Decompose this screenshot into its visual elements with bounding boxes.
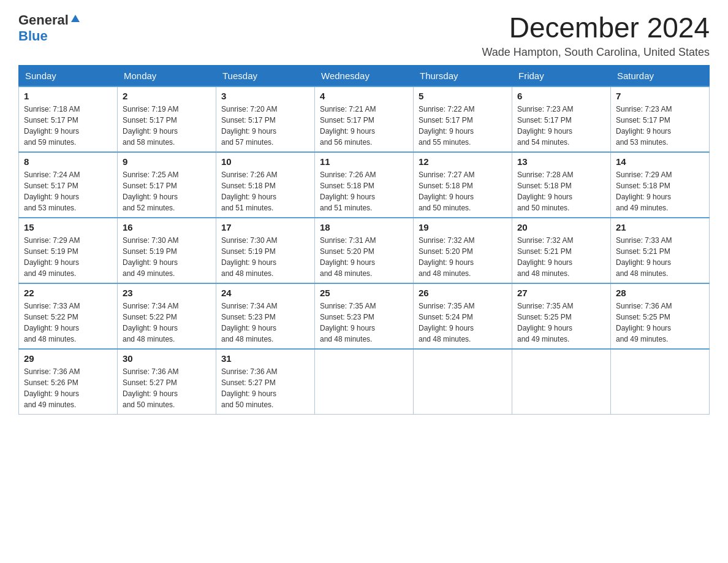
day-number: 20 (517, 222, 605, 232)
calendar-cell: 22Sunrise: 7:33 AMSunset: 5:22 PMDayligh… (19, 283, 118, 349)
day-info: Sunrise: 7:26 AMSunset: 5:18 PMDaylight:… (320, 169, 408, 213)
day-number: 5 (419, 91, 507, 101)
calendar-cell: 27Sunrise: 7:35 AMSunset: 5:25 PMDayligh… (512, 283, 611, 349)
day-info: Sunrise: 7:34 AMSunset: 5:22 PMDaylight:… (123, 301, 211, 345)
day-number: 25 (320, 288, 408, 298)
column-header-thursday: Thursday (414, 65, 512, 86)
calendar-cell: 11Sunrise: 7:26 AMSunset: 5:18 PMDayligh… (315, 152, 414, 218)
day-number: 14 (616, 156, 704, 167)
day-number: 24 (221, 288, 309, 298)
calendar-week-row: 29Sunrise: 7:36 AMSunset: 5:26 PMDayligh… (19, 349, 710, 415)
calendar-header-row: SundayMondayTuesdayWednesdayThursdayFrid… (19, 65, 710, 86)
calendar-cell: 28Sunrise: 7:36 AMSunset: 5:25 PMDayligh… (611, 283, 710, 349)
calendar-cell: 29Sunrise: 7:36 AMSunset: 5:26 PMDayligh… (19, 349, 118, 415)
calendar-week-row: 1Sunrise: 7:18 AMSunset: 5:17 PMDaylight… (19, 86, 710, 152)
day-number: 28 (616, 288, 704, 298)
day-info: Sunrise: 7:35 AMSunset: 5:23 PMDaylight:… (320, 301, 408, 345)
day-info: Sunrise: 7:24 AMSunset: 5:17 PMDaylight:… (24, 169, 112, 213)
calendar-cell: 3Sunrise: 7:20 AMSunset: 5:17 PMDaylight… (216, 86, 315, 152)
calendar-cell: 15Sunrise: 7:29 AMSunset: 5:19 PMDayligh… (19, 218, 118, 283)
calendar-cell: 12Sunrise: 7:27 AMSunset: 5:18 PMDayligh… (414, 152, 512, 218)
day-number: 31 (221, 353, 309, 364)
day-number: 13 (517, 156, 605, 167)
calendar-cell (512, 349, 611, 415)
calendar-cell: 5Sunrise: 7:22 AMSunset: 5:17 PMDaylight… (414, 86, 512, 152)
day-info: Sunrise: 7:36 AMSunset: 5:27 PMDaylight:… (221, 366, 309, 410)
calendar-cell: 17Sunrise: 7:30 AMSunset: 5:19 PMDayligh… (216, 218, 315, 283)
calendar-cell: 7Sunrise: 7:23 AMSunset: 5:17 PMDaylight… (611, 86, 710, 152)
day-number: 10 (221, 156, 309, 167)
calendar-cell: 1Sunrise: 7:18 AMSunset: 5:17 PMDaylight… (19, 86, 118, 152)
day-number: 30 (123, 353, 211, 364)
day-info: Sunrise: 7:33 AMSunset: 5:22 PMDaylight:… (24, 301, 112, 345)
day-number: 15 (24, 222, 112, 232)
day-number: 26 (419, 288, 507, 298)
day-info: Sunrise: 7:18 AMSunset: 5:17 PMDaylight:… (24, 104, 112, 148)
day-number: 23 (123, 288, 211, 298)
day-number: 6 (517, 91, 605, 101)
calendar-cell: 30Sunrise: 7:36 AMSunset: 5:27 PMDayligh… (118, 349, 216, 415)
day-info: Sunrise: 7:23 AMSunset: 5:17 PMDaylight:… (517, 104, 605, 148)
calendar-cell: 14Sunrise: 7:29 AMSunset: 5:18 PMDayligh… (611, 152, 710, 218)
calendar-week-row: 8Sunrise: 7:24 AMSunset: 5:17 PMDaylight… (19, 152, 710, 218)
column-header-monday: Monday (118, 65, 216, 86)
day-number: 19 (419, 222, 507, 232)
day-info: Sunrise: 7:33 AMSunset: 5:21 PMDaylight:… (616, 235, 704, 279)
calendar-cell: 9Sunrise: 7:25 AMSunset: 5:17 PMDaylight… (118, 152, 216, 218)
day-number: 18 (320, 222, 408, 232)
day-number: 11 (320, 156, 408, 167)
day-info: Sunrise: 7:26 AMSunset: 5:18 PMDaylight:… (221, 169, 309, 213)
calendar-cell: 25Sunrise: 7:35 AMSunset: 5:23 PMDayligh… (315, 283, 414, 349)
logo-blue: Blue (18, 28, 48, 44)
day-info: Sunrise: 7:22 AMSunset: 5:17 PMDaylight:… (419, 104, 507, 148)
calendar-cell: 18Sunrise: 7:31 AMSunset: 5:20 PMDayligh… (315, 218, 414, 283)
calendar-cell (315, 349, 414, 415)
logo-triangle-icon (70, 13, 81, 25)
day-number: 17 (221, 222, 309, 232)
calendar-cell: 13Sunrise: 7:28 AMSunset: 5:18 PMDayligh… (512, 152, 611, 218)
day-info: Sunrise: 7:32 AMSunset: 5:21 PMDaylight:… (517, 235, 605, 279)
day-info: Sunrise: 7:21 AMSunset: 5:17 PMDaylight:… (320, 104, 408, 148)
calendar-cell (414, 349, 512, 415)
day-info: Sunrise: 7:36 AMSunset: 5:27 PMDaylight:… (123, 366, 211, 410)
calendar-cell: 19Sunrise: 7:32 AMSunset: 5:20 PMDayligh… (414, 218, 512, 283)
calendar-cell: 2Sunrise: 7:19 AMSunset: 5:17 PMDaylight… (118, 86, 216, 152)
day-number: 7 (616, 91, 704, 101)
day-number: 12 (419, 156, 507, 167)
calendar-cell: 24Sunrise: 7:34 AMSunset: 5:23 PMDayligh… (216, 283, 315, 349)
day-info: Sunrise: 7:28 AMSunset: 5:18 PMDaylight:… (517, 169, 605, 213)
calendar-week-row: 22Sunrise: 7:33 AMSunset: 5:22 PMDayligh… (19, 283, 710, 349)
day-info: Sunrise: 7:36 AMSunset: 5:26 PMDaylight:… (24, 366, 112, 410)
day-info: Sunrise: 7:31 AMSunset: 5:20 PMDaylight:… (320, 235, 408, 279)
column-header-friday: Friday (512, 65, 611, 86)
calendar-cell: 21Sunrise: 7:33 AMSunset: 5:21 PMDayligh… (611, 218, 710, 283)
day-info: Sunrise: 7:19 AMSunset: 5:17 PMDaylight:… (123, 104, 211, 148)
title-section: December 2024 Wade Hampton, South Caroli… (482, 12, 710, 59)
calendar-cell (611, 349, 710, 415)
day-info: Sunrise: 7:23 AMSunset: 5:17 PMDaylight:… (616, 104, 704, 148)
calendar-cell: 10Sunrise: 7:26 AMSunset: 5:18 PMDayligh… (216, 152, 315, 218)
day-info: Sunrise: 7:36 AMSunset: 5:25 PMDaylight:… (616, 301, 704, 345)
day-info: Sunrise: 7:29 AMSunset: 5:18 PMDaylight:… (616, 169, 704, 213)
day-number: 8 (24, 156, 112, 167)
svg-marker-0 (71, 15, 80, 22)
column-header-wednesday: Wednesday (315, 65, 414, 86)
day-info: Sunrise: 7:30 AMSunset: 5:19 PMDaylight:… (123, 235, 211, 279)
day-number: 21 (616, 222, 704, 232)
calendar-cell: 16Sunrise: 7:30 AMSunset: 5:19 PMDayligh… (118, 218, 216, 283)
day-info: Sunrise: 7:29 AMSunset: 5:19 PMDaylight:… (24, 235, 112, 279)
column-header-tuesday: Tuesday (216, 65, 315, 86)
day-number: 22 (24, 288, 112, 298)
calendar-cell: 6Sunrise: 7:23 AMSunset: 5:17 PMDaylight… (512, 86, 611, 152)
page-header: General Blue December 2024 Wade Hampton,… (18, 12, 710, 59)
day-number: 27 (517, 288, 605, 298)
column-header-saturday: Saturday (611, 65, 710, 86)
day-number: 1 (24, 91, 112, 101)
logo-general: General (18, 12, 69, 28)
calendar-cell: 4Sunrise: 7:21 AMSunset: 5:17 PMDaylight… (315, 86, 414, 152)
logo: General Blue (18, 12, 81, 44)
calendar-cell: 26Sunrise: 7:35 AMSunset: 5:24 PMDayligh… (414, 283, 512, 349)
day-number: 2 (123, 91, 211, 101)
day-info: Sunrise: 7:32 AMSunset: 5:20 PMDaylight:… (419, 235, 507, 279)
day-info: Sunrise: 7:20 AMSunset: 5:17 PMDaylight:… (221, 104, 309, 148)
